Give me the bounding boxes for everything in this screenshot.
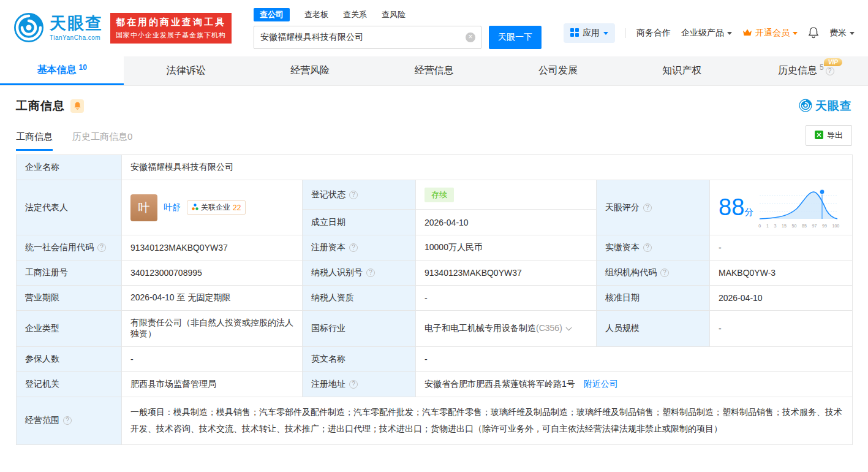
search-tab-risk[interactable]: 查风险: [382, 9, 406, 20]
value-industry: 电子和电工机械专用设备制造(C356): [416, 311, 597, 347]
value-insured-count: -: [122, 347, 303, 372]
promo-banner: 都在用的商业查询工具 国家中小企业发展子基金旗下机构: [110, 13, 232, 44]
label-registered-capital: 注册资本?: [303, 235, 416, 261]
app-logo[interactable]: 天眼查 TianYanCha.com: [13, 12, 103, 45]
notification-bell[interactable]: [808, 26, 819, 40]
brand-watermark-text: 天眼查: [815, 98, 852, 114]
label-taxpayer-id: 纳税人识别号?: [303, 261, 416, 286]
value-credit-code: 91340123MAKBQ0YW37: [122, 235, 303, 261]
tab-history-info[interactable]: VIP 历史信息 5 ?: [744, 56, 868, 85]
excel-icon: [815, 131, 823, 141]
search-tab-boss[interactable]: 查老板: [304, 9, 328, 20]
help-icon[interactable]: ?: [349, 380, 358, 389]
tab-basic-info[interactable]: 基本信息 10: [0, 56, 124, 85]
score-axis-ticks: 0131550859799100: [758, 224, 839, 228]
label-registered-address: 注册地址?: [303, 372, 416, 397]
label-establish-date: 成立日期: [303, 210, 416, 235]
help-icon[interactable]: ?: [349, 191, 358, 199]
help-icon[interactable]: ?: [97, 243, 106, 252]
tab-basic-info-label: 基本信息: [37, 64, 77, 77]
score-chart: 0131550859799100: [758, 187, 839, 228]
label-registration-authority: 登记机关: [17, 372, 122, 397]
business-info-table: 企业名称 安徽福耀模具科技有限公司 法定代表人 叶 叶舒 关联企业 2: [16, 154, 853, 445]
subtab-business-info[interactable]: 工商信息: [16, 131, 53, 151]
label-company-type: 企业类型: [17, 311, 122, 347]
help-icon[interactable]: ?: [660, 268, 669, 277]
user-menu[interactable]: 费米: [829, 28, 855, 39]
value-establish-date: 2026-04-10: [416, 210, 597, 235]
network-icon: [192, 204, 198, 212]
help-icon[interactable]: ?: [366, 268, 375, 277]
help-icon[interactable]: ?: [643, 243, 652, 252]
value-legal-rep: 叶 叶舒 关联企业 22: [122, 180, 303, 235]
tab-company-development[interactable]: 公司发展: [496, 56, 620, 85]
nearby-companies-link[interactable]: 附近公司: [584, 379, 618, 389]
nav-vip-upgrade[interactable]: 开通会员: [742, 28, 798, 39]
nav-enterprise-products-label: 企业级产品: [681, 28, 724, 39]
brand-watermark: 天眼查: [799, 98, 852, 114]
label-paid-capital-text: 实缴资本: [605, 242, 640, 252]
label-org-code: 组织机构代码?: [597, 261, 710, 286]
score-number: 88分: [719, 194, 753, 221]
search-input[interactable]: [254, 32, 481, 42]
status-badge: 存续: [425, 188, 454, 202]
chevron-down-icon[interactable]: [565, 325, 572, 331]
table-row: 工商注册号 340123000708995 纳税人识别号? 91340123MA…: [17, 261, 853, 286]
value-registered-capital: 10000万人民币: [416, 235, 597, 261]
value-company-type: 有限责任公司（非自然人投资或控股的法人独资）: [122, 311, 303, 347]
value-taxpayer-id: 91340123MAKBQ0YW37: [416, 261, 597, 286]
tab-operating-risk[interactable]: 经营风险: [248, 56, 372, 85]
table-row: 经营范围? 一般项目：模具制造；模具销售；汽车零部件及配件制造；汽车零配件批发；…: [17, 397, 853, 445]
value-registration-authority: 肥西县市场监督管理局: [122, 372, 303, 397]
section-title: 工商信息: [16, 98, 65, 114]
legal-rep-avatar[interactable]: 叶: [130, 194, 157, 221]
tab-operating-risk-label: 经营风险: [290, 64, 330, 77]
related-companies-label: 关联企业: [201, 202, 230, 213]
chevron-down-icon: [850, 32, 855, 35]
apps-menu[interactable]: 应用: [564, 23, 615, 43]
tab-intellectual-property[interactable]: 知识产权: [620, 56, 744, 85]
vip-badge: VIP: [824, 58, 842, 66]
help-icon[interactable]: ?: [349, 243, 358, 252]
tab-legal-proceedings[interactable]: 法律诉讼: [124, 56, 247, 85]
export-button-label: 导出: [827, 130, 843, 141]
nav-enterprise-products[interactable]: 企业级产品: [681, 28, 732, 39]
monitor-bell-button[interactable]: [70, 99, 84, 113]
help-icon[interactable]: ?: [63, 416, 72, 425]
divider: [625, 28, 626, 38]
value-org-code: MAKBQ0YW-3: [710, 261, 853, 286]
tab-history-count: 5: [820, 63, 824, 72]
label-registered-capital-text: 注册资本: [311, 242, 345, 252]
value-approval-date: 2026-04-10: [710, 286, 853, 311]
value-business-scope: 一般项目：模具制造；模具销售；汽车零部件及配件制造；汽车零配件批发；汽车零配件零…: [122, 397, 853, 445]
search-tab-company[interactable]: 查公司: [254, 8, 290, 21]
value-registered-address: 安徽省合肥市肥西县紫蓬镇将军岭路1号 附近公司: [416, 372, 853, 397]
search-button[interactable]: 天眼一下: [489, 26, 542, 49]
value-registration-number: 340123000708995: [122, 261, 303, 286]
help-icon[interactable]: ?: [826, 67, 834, 75]
legal-rep-link[interactable]: 叶舒: [164, 202, 181, 213]
value-paid-capital: -: [710, 235, 853, 261]
related-companies-badge[interactable]: 关联企业 22: [187, 200, 246, 215]
export-button[interactable]: 导出: [806, 125, 852, 146]
value-english-name: -: [416, 347, 853, 372]
subtab-history-business-info[interactable]: 历史工商信息0: [72, 131, 132, 151]
brand-name: 天眼查: [50, 15, 103, 32]
industry-name: 电子和电工机械专用设备制造: [425, 323, 536, 333]
search-tab-relation[interactable]: 查关系: [343, 9, 367, 20]
related-companies-count: 22: [233, 204, 241, 212]
promo-line2: 国家中小企业发展子基金旗下机构: [116, 31, 226, 40]
tab-company-development-label: 公司发展: [538, 64, 578, 77]
nav-business-cooperation[interactable]: 商务合作: [636, 28, 671, 39]
table-row: 企业名称 安徽福耀模具科技有限公司: [17, 155, 853, 180]
help-icon[interactable]: ?: [643, 204, 652, 212]
tab-business-operations[interactable]: 经营信息: [372, 56, 496, 85]
label-legal-rep: 法定代表人: [17, 180, 122, 235]
section-header: 工商信息 天眼查: [0, 86, 868, 116]
value-business-term: 2026-04-10 至 无固定期限: [122, 286, 303, 311]
clear-icon[interactable]: ×: [466, 32, 475, 42]
tab-history-label: 历史信息: [778, 64, 817, 77]
label-taxpayer-id-text: 纳税人识别号: [311, 267, 363, 277]
label-english-name: 英文名称: [303, 347, 416, 372]
tianyancha-logo-icon: [13, 12, 44, 45]
